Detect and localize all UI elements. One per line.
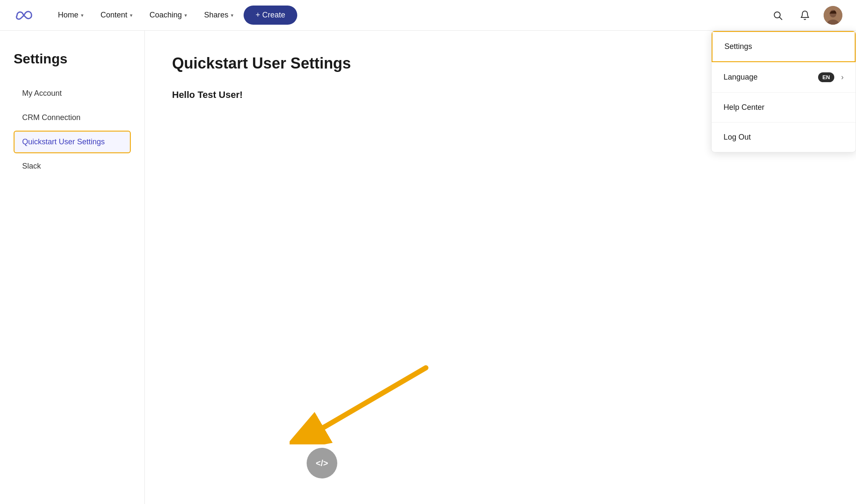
sidebar: Settings My Account CRM Connection Quick… [0, 31, 145, 504]
dropdown-menu: Settings Language EN › Help Center Log O… [711, 31, 856, 152]
sidebar-item-slack[interactable]: Slack [14, 155, 131, 178]
arrow-annotation [290, 359, 451, 444]
dropdown-item-log-out[interactable]: Log Out [712, 123, 856, 152]
code-button[interactable]: </> [307, 448, 337, 478]
shares-chevron-icon: ▾ [231, 12, 233, 18]
language-badge: EN [818, 72, 834, 82]
svg-line-1 [780, 17, 782, 20]
nav-links: Home ▾ Content ▾ Coaching ▾ Shares ▾ + C… [51, 6, 769, 25]
language-chevron-icon: › [841, 73, 844, 82]
sidebar-title: Settings [14, 51, 131, 67]
create-button[interactable]: + Create [244, 6, 297, 25]
nav-item-coaching[interactable]: Coaching ▾ [143, 7, 194, 23]
logo[interactable] [14, 9, 34, 22]
home-chevron-icon: ▾ [81, 12, 83, 18]
sidebar-item-crm-connection[interactable]: CRM Connection [14, 106, 131, 129]
nav-right [769, 6, 842, 25]
dropdown-item-language[interactable]: Language EN › [712, 62, 856, 93]
sidebar-item-quickstart-user-settings[interactable]: Quickstart User Settings [14, 131, 131, 153]
language-right: EN › [818, 72, 844, 82]
avatar[interactable] [824, 6, 842, 25]
sidebar-item-my-account[interactable]: My Account [14, 82, 131, 105]
notification-button[interactable] [796, 7, 813, 24]
nav-item-content[interactable]: Content ▾ [94, 7, 139, 23]
search-button[interactable] [769, 7, 786, 24]
svg-line-6 [324, 368, 426, 427]
nav-item-home[interactable]: Home ▾ [51, 7, 90, 23]
content-chevron-icon: ▾ [130, 12, 132, 18]
coaching-chevron-icon: ▾ [184, 12, 187, 18]
dropdown-item-settings[interactable]: Settings [712, 31, 856, 62]
dropdown-item-help-center[interactable]: Help Center [712, 93, 856, 123]
sidebar-menu: My Account CRM Connection Quickstart Use… [14, 82, 131, 178]
navbar: Home ▾ Content ▾ Coaching ▾ Shares ▾ + C… [0, 0, 856, 31]
nav-item-shares[interactable]: Shares ▾ [197, 7, 240, 23]
